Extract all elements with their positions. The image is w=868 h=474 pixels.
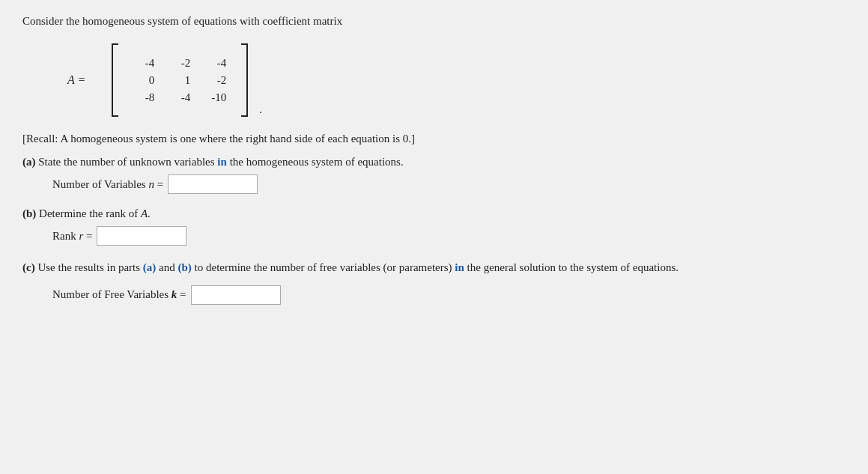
matrix-container: -4 -2 -4 0 1 -2 -8 -4 -10 (108, 43, 252, 118)
cell-1-2: -2 (205, 74, 226, 87)
recall-text: [Recall: A homogeneous system is one whe… (22, 133, 846, 145)
part-b-label: (b) Determine the rank of A. (22, 207, 846, 220)
part-b-input-row: Rank r = (52, 226, 846, 246)
part-c-input-label: Number of Free Variables k = (52, 288, 186, 301)
cell-0-0: -4 (133, 57, 154, 70)
part-b-input-label: Rank r = (52, 230, 92, 243)
matrix-row: -8 -4 -10 (133, 91, 226, 104)
matrix-row: -4 -2 -4 (133, 57, 226, 70)
right-bracket-icon (238, 43, 252, 118)
cell-0-2: -4 (205, 57, 226, 70)
matrix-section: A = -4 -2 -4 0 1 -2 -8 -4 -10 (67, 43, 846, 118)
part-a-text: (a) State the number of unknown variable… (22, 156, 404, 168)
rank-r-input[interactable] (97, 226, 186, 246)
cell-1-0: 0 (133, 74, 154, 87)
intro-text: Consider the homogeneous system of equat… (22, 15, 846, 28)
matrix-rows: -4 -2 -4 0 1 -2 -8 -4 -10 (121, 51, 238, 110)
cell-2-2: -10 (205, 91, 226, 104)
cell-2-1: -4 (169, 91, 190, 104)
cell-0-1: -2 (169, 57, 190, 70)
part-a-input-label: Number of Variables n = (52, 178, 163, 191)
matrix-period: . (259, 103, 262, 118)
cell-1-1: 1 (169, 74, 190, 87)
part-c-label: (c) Use the results in parts (a) and (b)… (22, 259, 846, 276)
free-variables-k-input[interactable] (191, 285, 281, 305)
cell-2-0: -8 (133, 91, 154, 104)
variables-n-input[interactable] (168, 174, 258, 194)
part-a-input-row: Number of Variables n = (52, 174, 846, 194)
part-c-input-row: Number of Free Variables k = (52, 285, 846, 305)
matrix-row: 0 1 -2 (133, 74, 226, 87)
matrix-label: A = (67, 73, 85, 87)
left-bracket-icon (108, 43, 121, 118)
part-a-label: (a) State the number of unknown variable… (22, 156, 846, 168)
